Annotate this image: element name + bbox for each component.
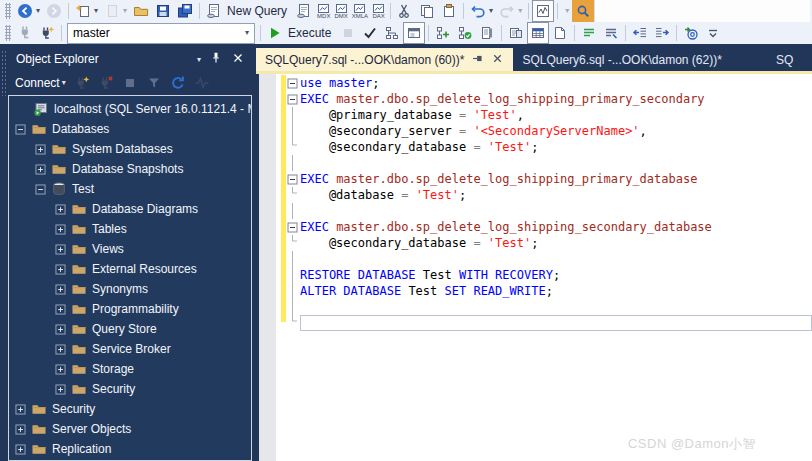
code-line-14[interactable]: ALTER DATABASE Test SET READ_WRITE; [287,283,812,299]
panel-grip[interactable] [1,50,7,96]
tree-item-system-databases[interactable]: System Databases [9,139,251,159]
code-line-9[interactable] [287,203,812,219]
connect-button[interactable]: Connect▾ [12,73,69,93]
mdx-query-button[interactable]: MDX [315,0,332,22]
results-to-file-button[interactable] [549,22,571,44]
tree-item-localhost-sql-server-16-0-1121-4-ma[interactable]: localhost (SQL Server 16.0.1121.4 - Ma [9,99,251,119]
database-engine-query-button[interactable] [293,0,315,22]
expand-plus-icon[interactable] [55,284,66,295]
code-line-15[interactable] [287,299,812,315]
tree-item-external-resources[interactable]: External Resources [9,259,251,279]
code-line-10[interactable]: EXEC master.dbo.sp_delete_log_shipping_s… [287,219,812,235]
activity-monitor-button[interactable] [532,0,554,22]
code-line-1[interactable]: use master; [287,75,812,91]
tree-item-server-objects[interactable]: Server Objects [9,419,251,439]
tree-item-storage[interactable]: Storage [9,359,251,379]
code-line-11[interactable]: @secondary_database = 'Test'; [287,235,812,251]
tree-item-query-store[interactable]: Query Store [9,319,251,339]
parse-button[interactable] [359,22,381,44]
tree-item-synonyms[interactable]: Synonyms [9,279,251,299]
expand-plus-icon[interactable] [15,404,26,415]
connect-object-explorer-button[interactable] [71,73,93,93]
code-line-8[interactable]: @database = 'Test'; [287,187,812,203]
activity-pulse-button[interactable] [191,73,213,93]
template-parameters-button[interactable] [680,22,702,44]
collapse-minus-icon[interactable] [15,124,26,135]
expand-plus-icon[interactable] [55,264,66,275]
collapse-minus-icon[interactable] [35,184,46,195]
expand-plus-icon[interactable] [15,424,26,435]
editor-surface[interactable]: use master;EXEC master.dbo.sp_delete_log… [256,74,812,461]
fold-collapse-icon[interactable] [287,75,300,91]
expand-plus-icon[interactable] [55,384,66,395]
code-line-16[interactable] [287,315,812,331]
new-query-button[interactable]: New Query [203,0,293,22]
expand-plus-icon[interactable] [55,324,66,335]
tree-item-service-broker[interactable]: Service Broker [9,339,251,359]
chevron-down-icon[interactable]: ▾ [244,29,249,37]
live-statistics-button[interactable] [454,22,476,44]
expand-plus-icon[interactable] [15,444,26,455]
back-button[interactable]: ▾ [14,0,43,22]
close-icon[interactable] [231,51,245,68]
uncomment-button[interactable] [600,22,622,44]
client-statistics-button[interactable] [476,22,498,44]
execute-button[interactable]: Execute [264,22,337,44]
expand-plus-icon[interactable] [55,224,66,235]
comment-button[interactable] [578,22,600,44]
code-line-6[interactable] [287,155,812,171]
tree-item-security[interactable]: Security [9,379,251,399]
document-tab-3[interactable]: SQ [770,48,812,71]
database-combobox[interactable]: master▾ [67,23,255,44]
fold-collapse-icon[interactable] [287,91,300,107]
expand-plus-icon[interactable] [55,244,66,255]
expand-plus-icon[interactable] [55,204,66,215]
increase-indent-button[interactable] [651,22,673,44]
undo-button[interactable]: ▾ [467,0,496,22]
tree-item-views[interactable]: Views [9,239,251,259]
code-line-12[interactable] [287,251,812,267]
code-line-13[interactable]: RESTORE DATABASE Test WITH RECOVERY; [287,267,812,283]
fold-collapse-icon[interactable] [287,171,300,187]
pin-icon[interactable] [471,52,484,68]
decrease-indent-button[interactable] [629,22,651,44]
disconnect-button[interactable] [95,73,117,93]
code-line-3[interactable]: @primary_database = 'Test', [287,107,812,123]
save-button[interactable] [152,0,174,22]
refresh-button[interactable] [167,73,189,93]
document-tab-1[interactable]: SQLQuery7.sql -...OOK\damon (60))* [256,48,513,71]
tree-item-security[interactable]: Security [9,399,251,419]
toolbar-overflow-button[interactable] [702,22,724,44]
code-line-7[interactable]: EXEC master.dbo.sp_delete_log_shipping_p… [287,171,812,187]
code-line-2[interactable]: EXEC master.dbo.sp_delete_log_shipping_p… [287,91,812,107]
open-file-button[interactable] [130,0,152,22]
tree-item-database-snapshots[interactable]: Database Snapshots [9,159,251,179]
cut-button[interactable] [394,0,416,22]
tree-item-replication[interactable]: Replication [9,439,251,459]
fold-collapse-icon[interactable] [287,219,300,235]
pin-icon[interactable] [209,51,223,68]
analyze-query-button[interactable] [432,22,454,44]
sql-code[interactable]: use master;EXEC master.dbo.sp_delete_log… [287,75,812,331]
results-to-text-button[interactable] [505,22,527,44]
change-connection-button[interactable] [36,22,58,44]
tree-item-programmability[interactable]: Programmability [9,299,251,319]
tree-item-databases[interactable]: Databases [9,119,251,139]
expand-plus-icon[interactable] [55,344,66,355]
estimated-plan-button[interactable] [381,22,403,44]
expand-plus-icon[interactable] [35,164,46,175]
dax-query-button[interactable]: DAX [370,0,387,22]
close-icon[interactable] [491,52,504,68]
code-line-5[interactable]: @secondary_database = 'Test'; [287,139,812,155]
dmx-query-button[interactable]: DMX [332,0,349,22]
window-position-menu-icon[interactable]: ▾ [197,55,201,64]
search-button[interactable] [572,0,594,22]
expand-plus-icon[interactable] [55,304,66,315]
code-line-4[interactable]: @secondary_server = '<SecondaryServerNam… [287,123,812,139]
results-to-grid-button[interactable] [527,22,549,44]
tree-item-tables[interactable]: Tables [9,219,251,239]
new-file-button[interactable]: ▾ [72,0,101,22]
xmla-query-button[interactable]: XMLA [350,0,370,22]
copy-button[interactable] [416,0,438,22]
save-all-button[interactable] [174,0,196,22]
